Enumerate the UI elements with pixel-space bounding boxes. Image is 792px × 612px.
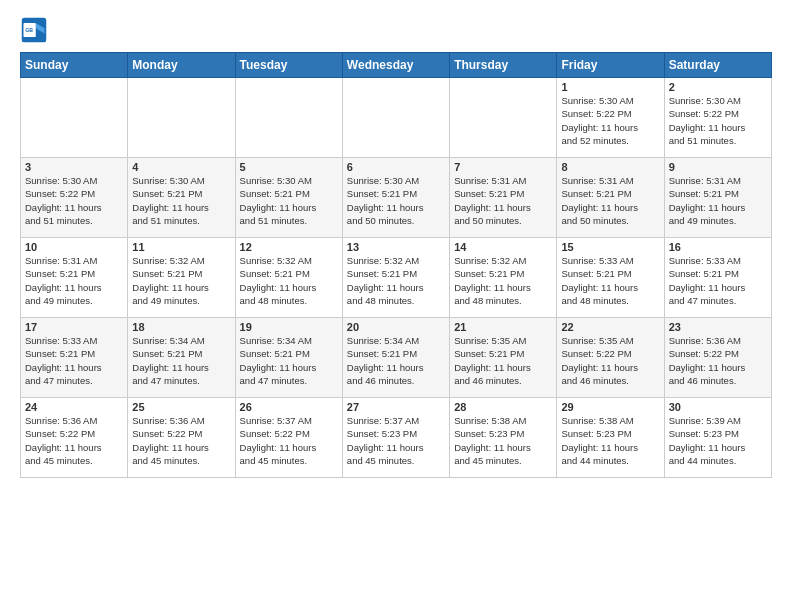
- logo-icon: GB: [20, 16, 48, 44]
- day-info: Sunrise: 5:31 AM Sunset: 5:21 PM Dayligh…: [454, 174, 552, 227]
- day-number: 23: [669, 321, 767, 333]
- calendar-header-saturday: Saturday: [664, 53, 771, 78]
- day-info: Sunrise: 5:36 AM Sunset: 5:22 PM Dayligh…: [132, 414, 230, 467]
- day-info: Sunrise: 5:34 AM Sunset: 5:21 PM Dayligh…: [347, 334, 445, 387]
- day-number: 9: [669, 161, 767, 173]
- day-info: Sunrise: 5:30 AM Sunset: 5:21 PM Dayligh…: [240, 174, 338, 227]
- calendar-cell: [342, 78, 449, 158]
- calendar-cell: 21Sunrise: 5:35 AM Sunset: 5:21 PM Dayli…: [450, 318, 557, 398]
- calendar-cell: 15Sunrise: 5:33 AM Sunset: 5:21 PM Dayli…: [557, 238, 664, 318]
- calendar-header: SundayMondayTuesdayWednesdayThursdayFrid…: [21, 53, 772, 78]
- day-number: 2: [669, 81, 767, 93]
- calendar-cell: 5Sunrise: 5:30 AM Sunset: 5:21 PM Daylig…: [235, 158, 342, 238]
- day-info: Sunrise: 5:37 AM Sunset: 5:23 PM Dayligh…: [347, 414, 445, 467]
- calendar-cell: 17Sunrise: 5:33 AM Sunset: 5:21 PM Dayli…: [21, 318, 128, 398]
- calendar-cell: [235, 78, 342, 158]
- day-number: 1: [561, 81, 659, 93]
- day-number: 16: [669, 241, 767, 253]
- calendar-cell: 23Sunrise: 5:36 AM Sunset: 5:22 PM Dayli…: [664, 318, 771, 398]
- day-number: 7: [454, 161, 552, 173]
- day-info: Sunrise: 5:31 AM Sunset: 5:21 PM Dayligh…: [669, 174, 767, 227]
- day-number: 25: [132, 401, 230, 413]
- day-number: 13: [347, 241, 445, 253]
- day-number: 29: [561, 401, 659, 413]
- day-number: 17: [25, 321, 123, 333]
- day-number: 4: [132, 161, 230, 173]
- calendar-cell: 8Sunrise: 5:31 AM Sunset: 5:21 PM Daylig…: [557, 158, 664, 238]
- calendar-week-0: 1Sunrise: 5:30 AM Sunset: 5:22 PM Daylig…: [21, 78, 772, 158]
- day-number: 21: [454, 321, 552, 333]
- calendar-cell: 16Sunrise: 5:33 AM Sunset: 5:21 PM Dayli…: [664, 238, 771, 318]
- logo: GB: [20, 16, 52, 44]
- day-info: Sunrise: 5:33 AM Sunset: 5:21 PM Dayligh…: [669, 254, 767, 307]
- day-info: Sunrise: 5:35 AM Sunset: 5:22 PM Dayligh…: [561, 334, 659, 387]
- day-info: Sunrise: 5:35 AM Sunset: 5:21 PM Dayligh…: [454, 334, 552, 387]
- day-number: 26: [240, 401, 338, 413]
- calendar-cell: 10Sunrise: 5:31 AM Sunset: 5:21 PM Dayli…: [21, 238, 128, 318]
- calendar-cell: 27Sunrise: 5:37 AM Sunset: 5:23 PM Dayli…: [342, 398, 449, 478]
- day-number: 27: [347, 401, 445, 413]
- calendar-header-wednesday: Wednesday: [342, 53, 449, 78]
- calendar-cell: 3Sunrise: 5:30 AM Sunset: 5:22 PM Daylig…: [21, 158, 128, 238]
- day-number: 20: [347, 321, 445, 333]
- calendar-week-2: 10Sunrise: 5:31 AM Sunset: 5:21 PM Dayli…: [21, 238, 772, 318]
- calendar-cell: 24Sunrise: 5:36 AM Sunset: 5:22 PM Dayli…: [21, 398, 128, 478]
- calendar-table: SundayMondayTuesdayWednesdayThursdayFrid…: [20, 52, 772, 478]
- calendar-cell: [128, 78, 235, 158]
- day-info: Sunrise: 5:32 AM Sunset: 5:21 PM Dayligh…: [454, 254, 552, 307]
- day-info: Sunrise: 5:36 AM Sunset: 5:22 PM Dayligh…: [25, 414, 123, 467]
- day-number: 15: [561, 241, 659, 253]
- calendar-header-monday: Monday: [128, 53, 235, 78]
- day-info: Sunrise: 5:31 AM Sunset: 5:21 PM Dayligh…: [25, 254, 123, 307]
- calendar-cell: 19Sunrise: 5:34 AM Sunset: 5:21 PM Dayli…: [235, 318, 342, 398]
- calendar-cell: 29Sunrise: 5:38 AM Sunset: 5:23 PM Dayli…: [557, 398, 664, 478]
- calendar-cell: 14Sunrise: 5:32 AM Sunset: 5:21 PM Dayli…: [450, 238, 557, 318]
- day-info: Sunrise: 5:32 AM Sunset: 5:21 PM Dayligh…: [240, 254, 338, 307]
- calendar-cell: 22Sunrise: 5:35 AM Sunset: 5:22 PM Dayli…: [557, 318, 664, 398]
- day-info: Sunrise: 5:32 AM Sunset: 5:21 PM Dayligh…: [132, 254, 230, 307]
- calendar-cell: [450, 78, 557, 158]
- calendar-week-1: 3Sunrise: 5:30 AM Sunset: 5:22 PM Daylig…: [21, 158, 772, 238]
- day-number: 8: [561, 161, 659, 173]
- day-info: Sunrise: 5:37 AM Sunset: 5:22 PM Dayligh…: [240, 414, 338, 467]
- day-number: 30: [669, 401, 767, 413]
- calendar-cell: 18Sunrise: 5:34 AM Sunset: 5:21 PM Dayli…: [128, 318, 235, 398]
- calendar-cell: 4Sunrise: 5:30 AM Sunset: 5:21 PM Daylig…: [128, 158, 235, 238]
- day-info: Sunrise: 5:34 AM Sunset: 5:21 PM Dayligh…: [240, 334, 338, 387]
- calendar-cell: 28Sunrise: 5:38 AM Sunset: 5:23 PM Dayli…: [450, 398, 557, 478]
- day-info: Sunrise: 5:31 AM Sunset: 5:21 PM Dayligh…: [561, 174, 659, 227]
- day-info: Sunrise: 5:38 AM Sunset: 5:23 PM Dayligh…: [561, 414, 659, 467]
- day-number: 22: [561, 321, 659, 333]
- header-row: SundayMondayTuesdayWednesdayThursdayFrid…: [21, 53, 772, 78]
- svg-text:GB: GB: [25, 27, 33, 33]
- page-header: GB: [20, 16, 772, 44]
- calendar-header-sunday: Sunday: [21, 53, 128, 78]
- calendar-cell: 20Sunrise: 5:34 AM Sunset: 5:21 PM Dayli…: [342, 318, 449, 398]
- calendar-cell: [21, 78, 128, 158]
- calendar-header-tuesday: Tuesday: [235, 53, 342, 78]
- calendar-cell: 25Sunrise: 5:36 AM Sunset: 5:22 PM Dayli…: [128, 398, 235, 478]
- day-number: 11: [132, 241, 230, 253]
- calendar-cell: 6Sunrise: 5:30 AM Sunset: 5:21 PM Daylig…: [342, 158, 449, 238]
- day-info: Sunrise: 5:30 AM Sunset: 5:21 PM Dayligh…: [347, 174, 445, 227]
- day-number: 18: [132, 321, 230, 333]
- day-info: Sunrise: 5:32 AM Sunset: 5:21 PM Dayligh…: [347, 254, 445, 307]
- calendar-cell: 1Sunrise: 5:30 AM Sunset: 5:22 PM Daylig…: [557, 78, 664, 158]
- day-number: 6: [347, 161, 445, 173]
- calendar-cell: 7Sunrise: 5:31 AM Sunset: 5:21 PM Daylig…: [450, 158, 557, 238]
- day-number: 12: [240, 241, 338, 253]
- day-info: Sunrise: 5:38 AM Sunset: 5:23 PM Dayligh…: [454, 414, 552, 467]
- day-info: Sunrise: 5:34 AM Sunset: 5:21 PM Dayligh…: [132, 334, 230, 387]
- day-info: Sunrise: 5:33 AM Sunset: 5:21 PM Dayligh…: [561, 254, 659, 307]
- day-number: 3: [25, 161, 123, 173]
- day-info: Sunrise: 5:33 AM Sunset: 5:21 PM Dayligh…: [25, 334, 123, 387]
- calendar-cell: 12Sunrise: 5:32 AM Sunset: 5:21 PM Dayli…: [235, 238, 342, 318]
- day-info: Sunrise: 5:36 AM Sunset: 5:22 PM Dayligh…: [669, 334, 767, 387]
- day-number: 24: [25, 401, 123, 413]
- calendar-body: 1Sunrise: 5:30 AM Sunset: 5:22 PM Daylig…: [21, 78, 772, 478]
- calendar-cell: 9Sunrise: 5:31 AM Sunset: 5:21 PM Daylig…: [664, 158, 771, 238]
- calendar-cell: 30Sunrise: 5:39 AM Sunset: 5:23 PM Dayli…: [664, 398, 771, 478]
- calendar-header-thursday: Thursday: [450, 53, 557, 78]
- day-number: 5: [240, 161, 338, 173]
- calendar-week-4: 24Sunrise: 5:36 AM Sunset: 5:22 PM Dayli…: [21, 398, 772, 478]
